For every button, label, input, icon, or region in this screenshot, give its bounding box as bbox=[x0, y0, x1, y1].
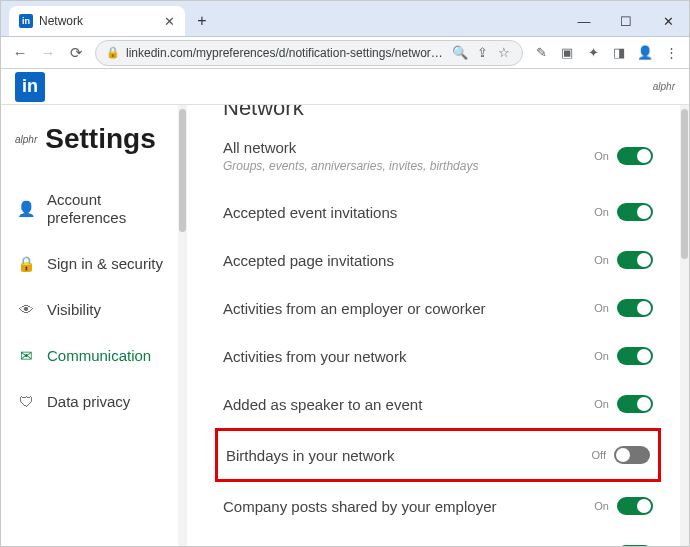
star-icon[interactable]: ☆ bbox=[496, 45, 512, 61]
profile-icon[interactable]: 👤 bbox=[637, 45, 653, 61]
window-controls: — ☐ ✕ bbox=[563, 6, 689, 36]
toggle-switch[interactable] bbox=[617, 299, 653, 317]
setting-row: Activities from an employer or coworkerO… bbox=[223, 284, 653, 332]
browser-titlebar: in Network ✕ + — ☐ ✕ bbox=[1, 1, 689, 37]
sidebar-item-label: Communication bbox=[47, 347, 151, 365]
toggle-switch[interactable] bbox=[617, 497, 653, 515]
setting-row: All networkGroups, events, anniversaries… bbox=[223, 124, 653, 188]
settings-title: Settings bbox=[45, 123, 155, 155]
sidebar-item-account-preferences[interactable]: 👤Account preferences bbox=[15, 177, 183, 241]
maximize-button[interactable]: ☐ bbox=[605, 6, 647, 36]
toggle-switch[interactable] bbox=[617, 395, 653, 413]
setting-label: Added as speaker to an event bbox=[223, 396, 594, 413]
setting-label: Accepted event invitations bbox=[223, 204, 594, 221]
shield-icon: 🛡 bbox=[17, 393, 35, 411]
user-icon: 👤 bbox=[17, 200, 35, 218]
address-bar[interactable]: 🔒 linkedin.com/mypreferences/d/notificat… bbox=[95, 40, 523, 66]
setting-row: Accepted page invitationsOn bbox=[223, 236, 653, 284]
toggle-switch[interactable] bbox=[617, 251, 653, 269]
setting-label: All network bbox=[223, 139, 594, 156]
url-text: linkedin.com/mypreferences/d/notificatio… bbox=[126, 46, 446, 60]
setting-row: Connection anniversariesOn bbox=[223, 530, 653, 546]
app-header: in alphr bbox=[1, 69, 689, 105]
puzzle-extension-icon[interactable]: ✦ bbox=[585, 45, 601, 61]
toggle-switch[interactable] bbox=[617, 147, 653, 165]
sidebar-item-communication[interactable]: ✉Communication bbox=[15, 333, 183, 379]
main-scrollbar[interactable] bbox=[680, 105, 689, 546]
brand-text: alphr bbox=[653, 81, 675, 92]
box-extension-icon[interactable]: ▣ bbox=[559, 45, 575, 61]
setting-state: On bbox=[594, 254, 609, 266]
content-area: alphr Settings 👤Account preferences🔒Sign… bbox=[1, 105, 689, 546]
close-icon[interactable]: ✕ bbox=[164, 14, 175, 29]
minimize-button[interactable]: — bbox=[563, 6, 605, 36]
sidebar-item-label: Sign in & security bbox=[47, 255, 163, 273]
close-window-button[interactable]: ✕ bbox=[647, 6, 689, 36]
setting-state: On bbox=[594, 398, 609, 410]
settings-sidebar: alphr Settings 👤Account preferences🔒Sign… bbox=[1, 105, 187, 546]
zoom-icon[interactable]: 🔍 bbox=[452, 45, 468, 61]
new-tab-button[interactable]: + bbox=[189, 8, 215, 34]
linkedin-favicon: in bbox=[19, 14, 33, 28]
setting-label: Company posts shared by your employer bbox=[223, 498, 594, 515]
setting-row: Added as speaker to an eventOn bbox=[223, 380, 653, 428]
lock-icon: 🔒 bbox=[17, 255, 35, 273]
share-icon[interactable]: ⇪ bbox=[474, 45, 490, 61]
pen-extension-icon[interactable]: ✎ bbox=[533, 45, 549, 61]
browser-tab[interactable]: in Network ✕ bbox=[9, 6, 185, 36]
reload-button[interactable]: ⟳ bbox=[67, 44, 85, 62]
setting-label: Connection anniversaries bbox=[223, 546, 594, 547]
setting-state: On bbox=[594, 150, 609, 162]
sidebar-item-sign-in-security[interactable]: 🔒Sign in & security bbox=[15, 241, 183, 287]
setting-row: Birthdays in your networkOff bbox=[226, 435, 650, 475]
setting-state: On bbox=[594, 500, 609, 512]
tab-title: Network bbox=[39, 14, 158, 28]
toggle-switch[interactable] bbox=[617, 203, 653, 221]
setting-subtext: Groups, events, anniversaries, invites, … bbox=[223, 159, 594, 173]
browser-toolbar: ← → ⟳ 🔒 linkedin.com/mypreferences/d/not… bbox=[1, 37, 689, 69]
sidebar-item-label: Visibility bbox=[47, 301, 101, 319]
main-panel: Network All networkGroups, events, anniv… bbox=[187, 105, 689, 546]
setting-state: On bbox=[594, 206, 609, 218]
setting-state: Off bbox=[592, 449, 606, 461]
setting-row: Activities from your networkOn bbox=[223, 332, 653, 380]
toggle-switch[interactable] bbox=[614, 446, 650, 464]
setting-state: On bbox=[594, 350, 609, 362]
device-extension-icon[interactable]: ◨ bbox=[611, 45, 627, 61]
setting-row: Accepted event invitationsOn bbox=[223, 188, 653, 236]
mini-brand: alphr bbox=[15, 134, 37, 145]
setting-label: Accepted page invitations bbox=[223, 252, 594, 269]
sidebar-item-visibility[interactable]: 👁Visibility bbox=[15, 287, 183, 333]
back-button[interactable]: ← bbox=[11, 44, 29, 62]
sidebar-item-label: Data privacy bbox=[47, 393, 130, 411]
kebab-menu-icon[interactable]: ⋮ bbox=[663, 45, 679, 61]
sidebar-item-data-privacy[interactable]: 🛡Data privacy bbox=[15, 379, 183, 425]
forward-button[interactable]: → bbox=[39, 44, 57, 62]
sidebar-item-label: Account preferences bbox=[47, 191, 181, 227]
setting-label: Birthdays in your network bbox=[226, 447, 592, 464]
toggle-switch[interactable] bbox=[617, 347, 653, 365]
highlighted-row: Birthdays in your networkOff bbox=[215, 428, 661, 482]
toggle-switch[interactable] bbox=[617, 545, 653, 546]
lock-icon: 🔒 bbox=[106, 46, 120, 59]
eye-icon: 👁 bbox=[17, 301, 35, 319]
setting-label: Activities from your network bbox=[223, 348, 594, 365]
settings-title-row: alphr Settings bbox=[15, 123, 183, 155]
linkedin-logo[interactable]: in bbox=[15, 72, 45, 102]
setting-label: Activities from an employer or coworker bbox=[223, 300, 594, 317]
extension-icons: ✎ ▣ ✦ ◨ 👤 ⋮ bbox=[533, 45, 679, 61]
setting-row: Company posts shared by your employerOn bbox=[223, 482, 653, 530]
setting-state: On bbox=[594, 302, 609, 314]
sidebar-scrollbar[interactable] bbox=[178, 105, 187, 546]
mail-icon: ✉ bbox=[17, 347, 35, 365]
page-heading: Network bbox=[223, 105, 653, 121]
